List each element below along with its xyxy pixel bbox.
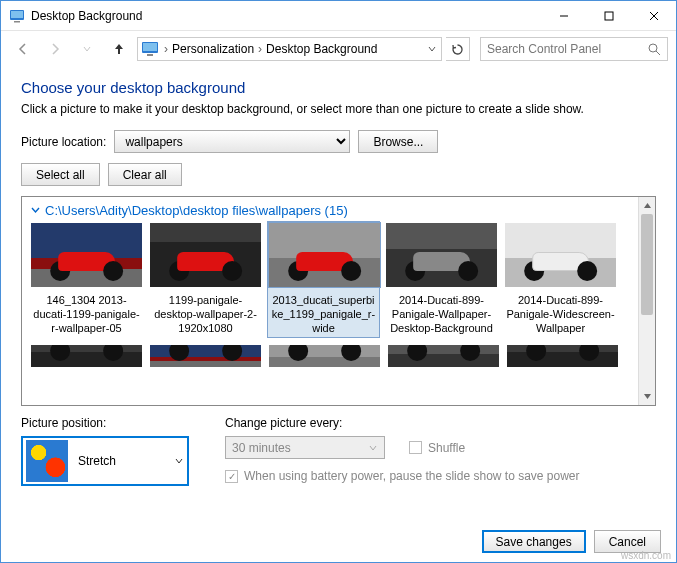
shuffle-checkbox	[409, 441, 422, 454]
control-panel-icon	[142, 42, 158, 56]
chevron-down-icon[interactable]	[427, 44, 437, 54]
wallpaper-thumb[interactable]	[268, 344, 381, 368]
select-all-button[interactable]: Select all	[21, 163, 100, 186]
save-changes-button[interactable]: Save changes	[482, 530, 586, 553]
svg-line-11	[656, 51, 660, 55]
wallpaper-thumb[interactable]: 146_1304 2013-ducati-1199-panigale-r-wal…	[30, 222, 143, 338]
position-preview-icon	[26, 440, 68, 482]
svg-rect-2	[14, 21, 20, 23]
thumb-caption: 2014-Ducati-899-Panigale-Widescreen-Wall…	[504, 294, 617, 335]
chevron-right-icon: ›	[162, 42, 170, 56]
page-subtitle: Click a picture to make it your desktop …	[21, 102, 656, 116]
minimize-button[interactable]	[541, 1, 586, 30]
breadcrumb-desktop-background[interactable]: Desktop Background	[264, 42, 379, 56]
thumb-caption: 2014-Ducati-899-Panigale-Wallpaper-Deskt…	[385, 294, 498, 335]
recent-dropdown[interactable]	[73, 35, 101, 63]
scroll-down-icon[interactable]	[639, 388, 655, 405]
app-icon	[9, 8, 25, 24]
wallpaper-thumb[interactable]: 2014-Ducati-899-Panigale-Wallpaper-Deskt…	[385, 222, 498, 338]
refresh-button[interactable]	[446, 37, 470, 61]
picture-position-select[interactable]: Stretch	[21, 436, 189, 486]
svg-rect-8	[143, 43, 157, 51]
thumb-caption: 1199-panigale-desktop-wallpaper-2-1920x1…	[149, 294, 262, 335]
shuffle-label: Shuffle	[428, 441, 465, 455]
svg-rect-9	[147, 54, 153, 56]
browse-button[interactable]: Browse...	[358, 130, 438, 153]
picture-location-select[interactable]: wallpapers	[114, 130, 350, 153]
battery-checkbox: ✓	[225, 470, 238, 483]
svg-rect-4	[605, 12, 613, 20]
address-bar[interactable]: › Personalization › Desktop Background	[137, 37, 442, 61]
picture-position-label: Picture position:	[21, 416, 189, 430]
forward-button[interactable]	[41, 35, 69, 63]
maximize-button[interactable]	[586, 1, 631, 30]
group-header[interactable]: C:\Users\Adity\Desktop\desktop files\wal…	[30, 203, 630, 218]
window-title: Desktop Background	[31, 9, 541, 23]
search-placeholder: Search Control Panel	[487, 42, 648, 56]
page-heading: Choose your desktop background	[21, 79, 656, 96]
svg-point-10	[649, 44, 657, 52]
search-icon	[648, 43, 661, 56]
thumb-caption: 146_1304 2013-ducati-1199-panigale-r-wal…	[30, 294, 143, 335]
search-input[interactable]: Search Control Panel	[480, 37, 668, 61]
chevron-down-icon	[368, 443, 378, 453]
wallpaper-thumb[interactable]	[387, 344, 500, 368]
chevron-down-icon	[30, 205, 41, 216]
up-button[interactable]	[105, 35, 133, 63]
wallpaper-thumb-selected[interactable]: ✓ 2013_ducati_superbike_1199_panigale_r-…	[267, 221, 380, 338]
change-picture-label: Change picture every:	[225, 416, 580, 430]
wallpaper-thumb[interactable]	[506, 344, 619, 368]
close-button[interactable]	[631, 1, 676, 30]
wallpaper-thumb[interactable]: 2014-Ducati-899-Panigale-Widescreen-Wall…	[504, 222, 617, 338]
group-path: C:\Users\Adity\Desktop\desktop files\wal…	[45, 203, 348, 218]
wallpaper-thumb[interactable]: 1199-panigale-desktop-wallpaper-2-1920x1…	[149, 222, 262, 338]
nav-row: › Personalization › Desktop Background S…	[1, 31, 676, 67]
wallpaper-gallery: C:\Users\Adity\Desktop\desktop files\wal…	[21, 196, 656, 406]
back-button[interactable]	[9, 35, 37, 63]
scrollbar[interactable]	[638, 197, 655, 405]
svg-rect-1	[11, 11, 23, 18]
change-interval-select: 30 minutes	[225, 436, 385, 459]
picture-location-label: Picture location:	[21, 135, 106, 149]
watermark: wsxdn.com	[621, 550, 671, 561]
chevron-right-icon: ›	[256, 42, 264, 56]
scroll-up-icon[interactable]	[639, 197, 655, 214]
position-value: Stretch	[78, 454, 164, 468]
battery-label: When using battery power, pause the slid…	[244, 469, 580, 483]
scroll-thumb[interactable]	[641, 214, 653, 315]
breadcrumb-personalization[interactable]: Personalization	[170, 42, 256, 56]
thumb-caption: 2013_ducati_superbike_1199_panigale_r-wi…	[268, 294, 379, 335]
clear-all-button[interactable]: Clear all	[108, 163, 182, 186]
wallpaper-thumb[interactable]	[30, 344, 143, 368]
titlebar: Desktop Background	[1, 1, 676, 31]
content-area: Choose your desktop background Click a p…	[1, 67, 676, 492]
wallpaper-thumb[interactable]	[149, 344, 262, 368]
chevron-down-icon	[174, 456, 184, 466]
